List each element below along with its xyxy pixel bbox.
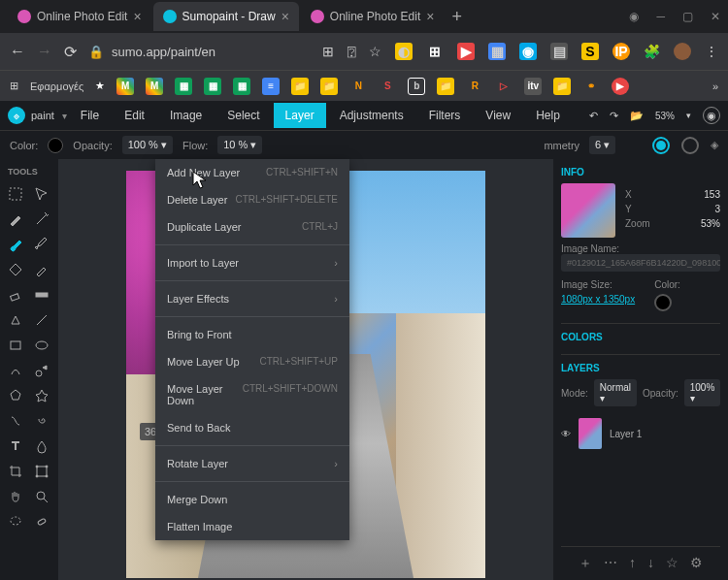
dd-move-down[interactable]: Move Layer DownCTRL+SHIFT+DOWN <box>155 375 349 414</box>
layers-toggle-icon[interactable]: ◈ <box>711 139 718 151</box>
browser-tab[interactable]: Online Photo Edit× <box>301 2 445 31</box>
brush-tool[interactable] <box>4 233 27 256</box>
marquee-tool[interactable] <box>4 182 27 206</box>
dd-import-layer[interactable]: Import to Layer› <box>155 249 349 276</box>
layer-up-icon[interactable]: ↑ <box>629 555 636 572</box>
dd-delete-layer[interactable]: Delete LayerCTRL+SHIFT+DELETE <box>155 186 349 213</box>
gmail-icon[interactable]: M <box>116 78 134 95</box>
text-tool[interactable] <box>4 435 27 458</box>
redo-icon[interactable]: ↷ <box>610 110 618 122</box>
sheets-icon[interactable]: ▦ <box>233 78 250 95</box>
back-button[interactable]: ← <box>10 43 25 60</box>
dd-layer-effects[interactable]: Layer Effects› <box>155 285 349 312</box>
menu-select[interactable]: Select <box>215 103 271 128</box>
ext-icon[interactable]: ▦ <box>488 43 506 60</box>
close-icon[interactable]: × <box>133 9 141 24</box>
folder-icon[interactable]: 📁 <box>291 78 309 95</box>
ext-icon[interactable]: IP <box>612 43 630 60</box>
ext-icon[interactable]: ⊞ <box>426 43 444 60</box>
new-tab-button[interactable]: + <box>451 7 462 27</box>
line-tool[interactable] <box>30 308 53 332</box>
flow-value[interactable]: 10 % ▾ <box>217 136 262 154</box>
spiral-tool[interactable] <box>30 409 53 433</box>
extensions-icon[interactable]: 🧩 <box>644 44 660 59</box>
image-name-value[interactable]: #0129012_165A68F6B14220D_098100214123 <box>561 254 720 272</box>
menu-layer[interactable]: Layer <box>274 103 326 128</box>
install-icon[interactable]: ⊞ <box>322 44 334 59</box>
dd-duplicate-layer[interactable]: Duplicate LayerCTRL+J <box>155 213 349 241</box>
play-icon[interactable]: ▶ <box>612 78 629 95</box>
crop-tool[interactable] <box>4 460 27 483</box>
ext-icon[interactable]: ▶ <box>457 43 475 60</box>
maximize-icon[interactable]: ▢ <box>682 10 693 23</box>
layer-opacity[interactable]: 100% ▾ <box>684 379 721 406</box>
menu-adjustments[interactable]: Adjustments <box>328 103 415 128</box>
dd-flatten[interactable]: Flatten Image <box>155 513 349 540</box>
custom-shape-tool[interactable] <box>4 409 27 433</box>
eraser-tool[interactable] <box>4 283 27 306</box>
transform-tool[interactable] <box>30 460 53 483</box>
dd-rotate-layer[interactable]: Rotate Layer› <box>155 450 349 477</box>
image-size-value[interactable]: 1080px x 1350px <box>561 294 635 305</box>
menu-image[interactable]: Image <box>158 103 214 128</box>
folder-icon[interactable]: 📁 <box>437 78 454 95</box>
color-preview[interactable] <box>654 294 672 311</box>
star-icon[interactable]: ☆ <box>369 44 381 59</box>
canvas-area[interactable]: 36 Add New LayerCTRL+SHIFT+N Delete Laye… <box>58 159 553 580</box>
shape-tool[interactable] <box>4 308 27 332</box>
layer-name[interactable]: Layer 1 <box>610 429 642 439</box>
gmail-icon[interactable]: M <box>146 78 163 95</box>
close-icon[interactable]: × <box>426 9 434 24</box>
sheets-icon[interactable]: ▦ <box>204 78 221 95</box>
smudge-tool[interactable] <box>4 359 27 382</box>
link-icon[interactable]: ⚭ <box>582 78 600 95</box>
heal-tool[interactable] <box>30 510 53 533</box>
rect-tool[interactable] <box>4 334 27 357</box>
move-tool[interactable] <box>30 182 53 206</box>
folder-icon[interactable]: 📁 <box>553 78 571 95</box>
dd-add-layer[interactable]: Add New LayerCTRL+SHIFT+N <box>155 159 349 186</box>
symmetry-value[interactable]: 6 ▾ <box>589 136 615 154</box>
layer-row[interactable]: 👁 Layer 1 <box>561 414 720 453</box>
ext-icon[interactable]: ◐ <box>395 43 413 60</box>
dd-merge-down[interactable]: Merge Down <box>155 486 349 513</box>
color-swatch[interactable] <box>48 138 63 153</box>
menu-filters[interactable]: Filters <box>417 103 473 128</box>
menu-icon[interactable]: ⋮ <box>705 44 718 59</box>
apps-label[interactable]: Εφαρμογές <box>30 81 83 92</box>
dd-bring-front[interactable]: Bring to Front <box>155 321 349 348</box>
zoom-tool[interactable] <box>30 485 53 508</box>
app-logo[interactable]: ⟐ <box>8 107 25 124</box>
layer-fav-icon[interactable]: ☆ <box>666 555 678 572</box>
drop-toggle[interactable] <box>681 137 699 154</box>
ext-icon[interactable]: ▤ <box>550 43 568 60</box>
hand-tool[interactable] <box>4 485 27 508</box>
ext-icon[interactable]: S <box>581 43 599 60</box>
layer-settings-icon[interactable]: ⚙ <box>690 555 703 572</box>
pencil-tool[interactable] <box>30 233 53 256</box>
lasso-tool[interactable] <box>4 510 27 533</box>
eyedropper-tool[interactable] <box>30 258 53 281</box>
share-icon[interactable]: ⍰ <box>347 44 355 59</box>
avatar[interactable] <box>674 43 691 60</box>
sheets-icon[interactable]: ▦ <box>175 78 192 95</box>
menu-help[interactable]: Help <box>524 103 572 128</box>
reload-button[interactable]: ⟳ <box>64 43 77 61</box>
play-icon[interactable]: ▷ <box>495 78 513 95</box>
wand-tool[interactable] <box>30 208 53 231</box>
url-bar[interactable]: 🔒 sumo.app/paint/en <box>88 45 244 59</box>
itv-icon[interactable]: itv <box>524 78 542 95</box>
visibility-icon[interactable]: 👁 <box>561 429 571 439</box>
info-toggle[interactable] <box>652 137 670 154</box>
shield-icon[interactable]: ◉ <box>629 10 639 23</box>
folder-icon[interactable]: 📁 <box>320 78 338 95</box>
menu-file[interactable]: File <box>69 103 111 128</box>
folder-icon[interactable]: 📂 <box>630 110 644 122</box>
account-icon[interactable]: ◉ <box>703 107 720 124</box>
forward-button[interactable]: → <box>37 43 52 60</box>
bookmark-r[interactable]: R <box>466 78 483 95</box>
overflow-icon[interactable]: » <box>712 81 718 92</box>
bookmark-icon[interactable]: b <box>408 78 425 95</box>
ellipse-tool[interactable] <box>30 334 53 357</box>
dd-send-back[interactable]: Send to Back <box>155 414 349 441</box>
